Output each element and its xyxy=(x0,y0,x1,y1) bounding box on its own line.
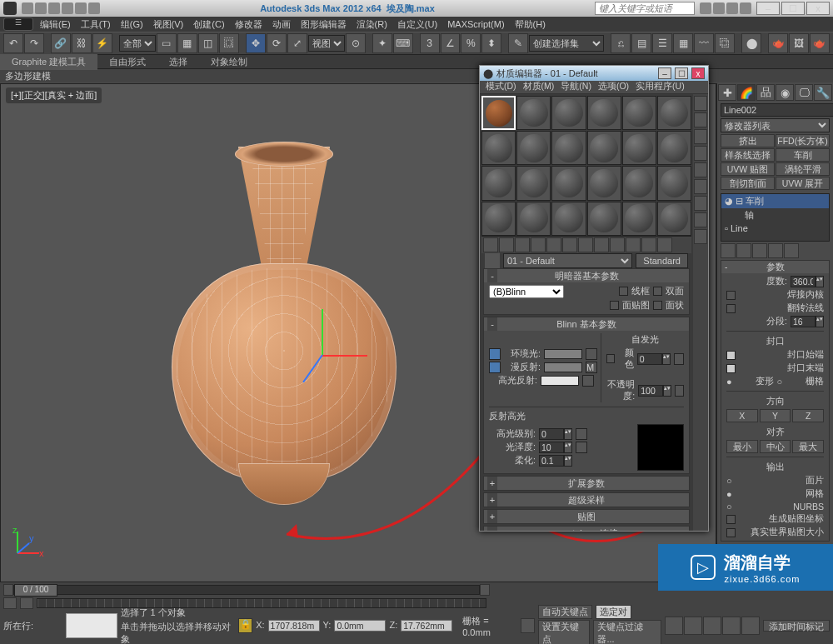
menu-maxscript[interactable]: MAXScript(M) xyxy=(444,19,507,29)
rollup-extended-head[interactable]: +扩展参数 xyxy=(484,477,689,490)
backlight-icon[interactable] xyxy=(694,112,707,127)
mod-btn-ffd[interactable]: FFD(长方体) xyxy=(776,134,830,147)
me-menu-options[interactable]: 选项(O) xyxy=(596,81,631,93)
mirror-button[interactable]: ⎌ xyxy=(611,33,631,53)
reset-map-icon[interactable] xyxy=(531,237,546,252)
tab-motion[interactable]: ◉ xyxy=(776,84,794,101)
infocenter-search[interactable] xyxy=(595,2,695,15)
menu-edit[interactable]: 编辑(E) xyxy=(37,18,74,31)
self-color-checkbox[interactable] xyxy=(606,354,615,363)
timeline-next-icon[interactable] xyxy=(480,584,490,596)
autokey-button[interactable]: 自动关键点 xyxy=(538,605,592,619)
go-parent-icon[interactable] xyxy=(641,237,656,252)
main-menubar[interactable]: ☰ 编辑(E) 工具(T) 组(G) 视图(V) 创建(C) 修改器 动画 图形… xyxy=(0,17,833,32)
make-copy-icon[interactable] xyxy=(546,237,561,252)
sample-slot[interactable] xyxy=(587,166,621,200)
coord-x-input[interactable] xyxy=(268,620,320,632)
sample-slot[interactable] xyxy=(516,202,551,236)
sample-slot[interactable] xyxy=(551,131,586,165)
material-editor-button[interactable]: ⬤ xyxy=(741,33,761,53)
script-listener-mini[interactable] xyxy=(66,613,117,638)
glossiness-spinner[interactable] xyxy=(539,442,564,453)
mod-btn-extrude[interactable]: 挤出 xyxy=(721,134,775,147)
diffuse-map-button[interactable]: M xyxy=(586,362,597,373)
timeline-prev-icon[interactable] xyxy=(3,584,13,596)
rollup-mentalray-head[interactable]: +mental ray 连接 xyxy=(484,527,689,531)
ribbon-toggle-button[interactable]: ▦ xyxy=(673,33,693,53)
pick-material-icon[interactable] xyxy=(485,253,500,268)
tab-utilities[interactable]: 🔧 xyxy=(814,84,832,101)
realworld-checkbox[interactable] xyxy=(726,528,736,537)
sample-slot[interactable] xyxy=(551,96,586,130)
facemap-checkbox[interactable] xyxy=(610,301,619,310)
rollup-maps-head[interactable]: +贴图 xyxy=(484,510,689,523)
isolate-toggle-icon[interactable] xyxy=(521,618,535,633)
ribbon-tab-freeform[interactable]: 自由形式 xyxy=(97,54,157,70)
ambient-lock2-icon[interactable] xyxy=(586,348,597,360)
tab-modify[interactable]: 🌈 xyxy=(737,84,756,101)
faceted-checkbox[interactable] xyxy=(653,301,662,310)
dialog-maximize[interactable]: ☐ xyxy=(675,67,688,79)
coord-z-input[interactable] xyxy=(401,620,452,632)
selection-lock-icon[interactable]: 🔒 xyxy=(238,618,252,633)
rollup-parameters-head[interactable]: 参数 xyxy=(721,261,829,273)
goto-end-icon[interactable] xyxy=(741,617,760,635)
sample-slot[interactable] xyxy=(481,202,516,236)
configure-sets-icon[interactable] xyxy=(784,243,799,258)
menu-grapheditors[interactable]: 图形编辑器 xyxy=(297,18,350,31)
dir-z-button[interactable]: Z xyxy=(792,409,824,422)
sample-slot[interactable] xyxy=(587,96,621,130)
flip-normals-checkbox[interactable] xyxy=(726,304,736,313)
menu-tools[interactable]: 工具(T) xyxy=(77,18,114,31)
infocenter-icons[interactable] xyxy=(700,2,751,14)
dialog-minimize[interactable]: – xyxy=(658,67,671,79)
ambient-lock-icon[interactable] xyxy=(489,348,501,360)
play-icon[interactable] xyxy=(703,617,721,635)
modifier-stack[interactable]: ◕ ⊟ 车削 轴 ▫ Line xyxy=(721,193,830,242)
tab-display[interactable]: 🖵 xyxy=(795,84,813,101)
object-name-field[interactable] xyxy=(721,103,833,117)
tab-hierarchy[interactable]: 品 xyxy=(756,84,775,101)
sample-slot[interactable] xyxy=(481,166,516,200)
dialog-close[interactable]: x xyxy=(691,67,705,79)
close-button[interactable]: x xyxy=(806,2,830,15)
undo-button[interactable]: ↶ xyxy=(3,33,23,53)
sample-slot[interactable] xyxy=(516,131,551,165)
sample-slot[interactable] xyxy=(516,96,551,130)
schematic-view-button[interactable]: ⿻ xyxy=(715,33,735,53)
manipulate-button[interactable]: ✦ xyxy=(372,33,392,53)
sample-uv-icon[interactable] xyxy=(694,146,707,161)
sample-slot[interactable] xyxy=(516,166,551,200)
get-material-icon[interactable] xyxy=(483,237,498,252)
add-time-tag[interactable]: 添加时间标记 xyxy=(763,620,830,632)
prev-frame-icon[interactable] xyxy=(684,617,702,635)
keymode-dropdown[interactable]: 选定对 xyxy=(596,605,631,619)
soften-spinner[interactable] xyxy=(539,455,564,467)
align-max-button[interactable]: 最大 xyxy=(792,440,824,453)
menu-help[interactable]: 帮助(H) xyxy=(511,18,549,31)
two-sided-checkbox[interactable] xyxy=(653,287,662,296)
sample-type-icon[interactable] xyxy=(694,96,707,111)
track-bar-ruler[interactable] xyxy=(37,598,486,608)
show-result-icon[interactable] xyxy=(736,243,751,258)
me-menu-material[interactable]: 材质(M) xyxy=(521,81,557,93)
ribbon-tab-graphite[interactable]: Graphite 建模工具 xyxy=(0,54,97,70)
select-region-button[interactable]: ◫ xyxy=(198,33,218,53)
quick-access-toolbar[interactable] xyxy=(22,2,100,14)
time-slider-thumb[interactable]: 0 / 100 xyxy=(14,584,57,597)
align-min-button[interactable]: 最小 xyxy=(726,440,758,453)
mod-btn-turbosmooth[interactable]: 涡轮平滑 xyxy=(776,162,830,176)
spinner-snap-button[interactable]: ⬍ xyxy=(481,33,501,53)
goto-start-icon[interactable] xyxy=(665,617,683,635)
self-illum-map-button[interactable] xyxy=(674,353,684,365)
make-unique-icon[interactable] xyxy=(752,243,767,258)
unlink-button[interactable]: ⛓ xyxy=(72,33,92,53)
mod-btn-splinesel[interactable]: 样条线选择 xyxy=(721,148,775,162)
trackbar-filter-icon[interactable] xyxy=(20,597,33,609)
put-to-library-icon[interactable] xyxy=(578,237,593,252)
render-setup-button[interactable]: 🫖 xyxy=(768,33,788,53)
align-center-button[interactable]: 中心 xyxy=(760,440,791,453)
mod-btn-slice[interactable]: 剖切剖面 xyxy=(721,177,775,190)
specular-level-spinner[interactable] xyxy=(539,428,564,440)
sample-slot[interactable] xyxy=(657,131,691,165)
